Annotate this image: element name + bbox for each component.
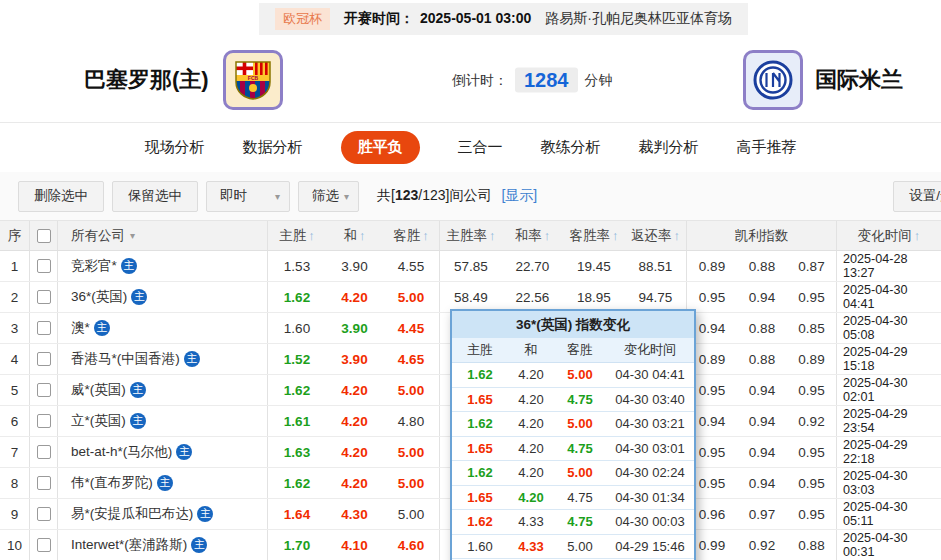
change-time-cell: 2025-04-28 13:27 xyxy=(837,251,941,281)
row-checkbox[interactable] xyxy=(37,445,51,459)
countdown: 倒计时： 1284 分钟 xyxy=(452,68,613,93)
odds-cell[interactable]: 4.20 xyxy=(326,406,383,436)
row-checkbox[interactable] xyxy=(37,259,51,273)
kelly-cell: 0.85 xyxy=(787,313,837,343)
col-home-rate[interactable]: 主胜率↑ xyxy=(440,221,502,250)
row-checkbox[interactable] xyxy=(37,290,51,304)
row-checkbox[interactable] xyxy=(37,507,51,521)
row-checkbox[interactable] xyxy=(37,414,51,428)
odds-cell[interactable]: 4.20 xyxy=(326,375,383,405)
popup-odds-cell: 1.62 xyxy=(452,416,508,431)
odds-cell[interactable]: 1.63 xyxy=(268,437,326,467)
popup-row: 1.624.205.0004-30 02:24 xyxy=(452,461,694,486)
company-cell[interactable]: 澳*主 xyxy=(58,313,268,343)
sort-up-icon: ↑ xyxy=(308,228,315,243)
odds-cell[interactable]: 4.30 xyxy=(326,499,383,529)
odds-cell[interactable]: 4.65 xyxy=(383,344,440,374)
delete-selected-button[interactable]: 删除选中 xyxy=(18,181,104,212)
change-time-cell: 2025-04-30 02:01 xyxy=(837,375,941,405)
odds-cell[interactable]: 1.62 xyxy=(268,468,326,498)
odds-cell[interactable]: 1.62 xyxy=(268,282,326,312)
odds-cell[interactable]: 1.60 xyxy=(268,313,326,343)
show-link[interactable]: [显示] xyxy=(501,187,537,205)
odds-cell[interactable]: 4.60 xyxy=(383,530,440,560)
odds-cell[interactable]: 4.45 xyxy=(383,313,440,343)
keep-selected-button[interactable]: 保留选中 xyxy=(112,181,198,212)
popup-time-cell: 04-30 03:21 xyxy=(606,416,694,431)
company-name: 伟*(直布罗陀) xyxy=(71,474,153,492)
odds-cell[interactable]: 1.62 xyxy=(268,375,326,405)
col-return-rate[interactable]: 返还率↑ xyxy=(625,221,687,250)
tab-7[interactable]: 高手推荐 xyxy=(737,138,797,157)
row-checkbox[interactable] xyxy=(37,476,51,490)
col-away-odds[interactable]: 客胜↑ xyxy=(383,221,440,250)
popup-odds-cell: 4.20 xyxy=(508,465,554,480)
company-cell[interactable]: 36*(英国)主 xyxy=(58,282,268,312)
popup-odds-cell: 1.65 xyxy=(452,490,508,505)
company-cell[interactable]: 立*(英国)主 xyxy=(58,406,268,436)
odds-cell[interactable]: 4.20 xyxy=(326,437,383,467)
row-seq: 8 xyxy=(0,468,30,498)
odds-cell[interactable]: 5.00 xyxy=(383,499,440,529)
kelly-cell: 0.88 xyxy=(787,530,837,560)
col-home-odds[interactable]: 主胜↑ xyxy=(268,221,326,250)
odds-cell[interactable]: 5.00 xyxy=(383,375,440,405)
company-cell[interactable]: 易*(安提瓜和巴布达)主 xyxy=(58,499,268,529)
tab-1[interactable]: 现场分析 xyxy=(145,138,205,157)
company-cell[interactable]: 威*(英国)主 xyxy=(58,375,268,405)
odds-cell[interactable]: 1.61 xyxy=(268,406,326,436)
company-cell[interactable]: Interwet*(塞浦路斯)主 xyxy=(58,530,268,560)
odds-cell[interactable]: 3.90 xyxy=(326,251,383,281)
odds-cell[interactable]: 1.52 xyxy=(268,344,326,374)
popup-col-draw: 和 xyxy=(508,341,554,359)
popup-odds-cell: 4.75 xyxy=(554,441,606,456)
company-name: 香港马*(中国香港) xyxy=(71,350,180,368)
odds-cell[interactable]: 3.90 xyxy=(326,313,383,343)
tab-4[interactable]: 三合一 xyxy=(458,138,503,157)
odds-cell[interactable]: 5.00 xyxy=(383,282,440,312)
tab-3[interactable]: 胜平负 xyxy=(341,131,420,164)
filter-dropdown[interactable]: 筛选 ▾ xyxy=(298,181,359,212)
company-name: 澳* xyxy=(71,319,90,337)
company-name: bet-at-h*(马尔他) xyxy=(71,443,172,461)
odds-cell[interactable]: 5.00 xyxy=(383,468,440,498)
company-name: 36*(英国) xyxy=(71,288,127,306)
tab-6[interactable]: 裁判分析 xyxy=(639,138,699,157)
company-cell[interactable]: 伟*(直布罗陀)主 xyxy=(58,468,268,498)
company-cell[interactable]: 竞彩官*主 xyxy=(58,251,268,281)
odds-cell[interactable]: 4.55 xyxy=(383,251,440,281)
kelly-cell: 0.95 xyxy=(687,282,737,312)
row-checkbox[interactable] xyxy=(37,383,51,397)
odds-cell[interactable]: 1.64 xyxy=(268,499,326,529)
row-checkbox[interactable] xyxy=(37,538,51,552)
kelly-cell: 0.92 xyxy=(787,406,837,436)
odds-cell[interactable]: 5.00 xyxy=(383,437,440,467)
away-team-name: 国际米兰 xyxy=(815,65,903,95)
settings-button[interactable]: 设置/选择 xyxy=(893,181,941,212)
countdown-value: 1284 xyxy=(515,68,578,93)
odds-cell[interactable]: 4.10 xyxy=(326,530,383,560)
company-cell[interactable]: 香港马*(中国香港)主 xyxy=(58,344,268,374)
odds-cell[interactable]: 1.53 xyxy=(268,251,326,281)
kelly-cell: 0.88 xyxy=(737,344,787,374)
row-checkbox[interactable] xyxy=(37,352,51,366)
col-draw-odds[interactable]: 和↑ xyxy=(326,221,383,250)
col-away-rate[interactable]: 客胜率↑ xyxy=(563,221,625,250)
instant-dropdown[interactable]: 即时 ▾ xyxy=(206,181,290,212)
odds-cell[interactable]: 1.70 xyxy=(268,530,326,560)
tab-5[interactable]: 教练分析 xyxy=(541,138,601,157)
odds-cell[interactable]: 4.20 xyxy=(326,468,383,498)
popup-time-cell: 04-30 03:40 xyxy=(606,392,694,407)
company-cell[interactable]: bet-at-h*(马尔他)主 xyxy=(58,437,268,467)
row-checkbox[interactable] xyxy=(37,321,51,335)
col-draw-rate[interactable]: 和率↑ xyxy=(502,221,563,250)
odds-cell[interactable]: 3.90 xyxy=(326,344,383,374)
popup-row: 1.604.335.0004-29 15:46 xyxy=(452,535,694,560)
row-checkbox-cell xyxy=(30,530,58,560)
select-all-checkbox[interactable] xyxy=(37,229,51,243)
odds-cell[interactable]: 4.20 xyxy=(326,282,383,312)
tab-2[interactable]: 数据分析 xyxy=(243,138,303,157)
col-change-time[interactable]: 变化时间↑ xyxy=(837,221,941,250)
col-company[interactable]: 所有公司▾ xyxy=(58,221,268,250)
odds-cell[interactable]: 4.80 xyxy=(383,406,440,436)
